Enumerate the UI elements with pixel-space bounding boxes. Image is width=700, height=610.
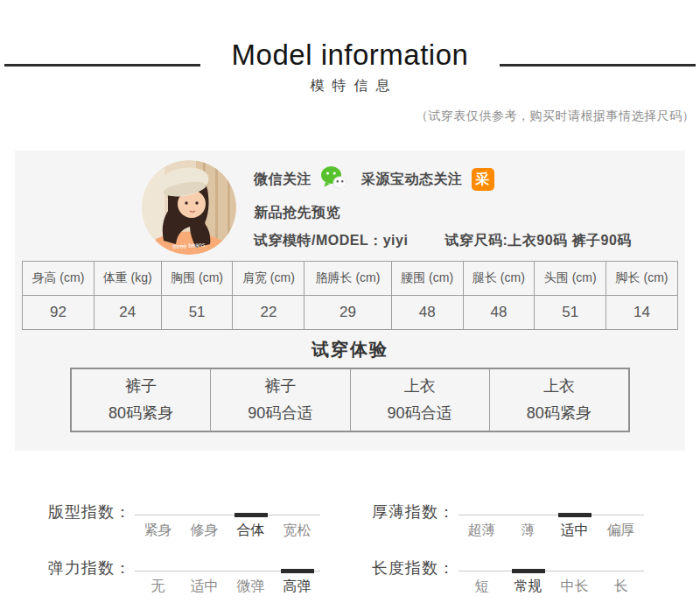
scale-items: 无 适中 微弹 高弹	[135, 571, 320, 596]
scale-items: 超薄 薄 适中 偏厚	[458, 515, 644, 540]
measurement-value-cell: 51	[161, 296, 233, 330]
measurement-header-cell: 腿长 (cm)	[463, 262, 535, 296]
index-row-length: 长度指数： 短 常规 中长 长	[372, 559, 700, 598]
scale-option-label: 长	[614, 578, 628, 593]
page-subtitle: 模特信息	[0, 77, 700, 95]
scale-option-label: 修身	[191, 522, 219, 537]
model-info-block: 微信关注 采源宝动态关注 采 新品抢先预览 试穿模特/MODEL：yiyi 试穿…	[254, 166, 632, 250]
scale-option-label: 适中	[191, 578, 219, 593]
scale-option-label: 无	[151, 578, 165, 593]
selected-tick	[234, 513, 268, 517]
index-row-fit-type: 版型指数： 紧身 修身 合体 宽松	[48, 503, 372, 542]
new-preview-label: 新品抢先预览	[254, 204, 632, 222]
scale-option: 超薄	[458, 515, 505, 540]
index-label: 长度指数：	[372, 559, 455, 578]
scale-option: 中长	[551, 571, 598, 596]
selected-tick	[558, 513, 592, 517]
scale-option: 适中	[551, 515, 598, 540]
wechat-icon	[320, 165, 347, 193]
scale-items: 紧身 修身 合体 宽松	[135, 515, 320, 540]
caiyuanbao-follow-label: 采源宝动态关注	[361, 171, 463, 189]
measurement-header-cell: 肩宽 (cm)	[233, 262, 304, 296]
fit-verdict: 90码合适	[351, 400, 489, 427]
measurement-header-cell: 体重 (kg)	[94, 262, 161, 296]
fit-verdict: 90码合适	[211, 400, 349, 427]
scale-option: 常规	[505, 571, 551, 596]
scale-option: 偏厚	[598, 515, 644, 540]
index-scale: 超薄 薄 适中 偏厚	[458, 515, 644, 540]
fit-cell: 上衣 80码紧身	[489, 369, 628, 431]
measurement-value-cell: 22	[233, 296, 304, 330]
scale-option-label: 合体	[237, 522, 265, 537]
scale-option-label: 高弹	[284, 578, 312, 593]
index-label: 厚薄指数：	[372, 503, 455, 522]
measurement-value-cell: 24	[94, 296, 161, 330]
fit-item: 上衣	[351, 373, 489, 400]
scale-option-label: 紧身	[144, 522, 172, 537]
scale-option: 合体	[228, 515, 274, 540]
index-scale: 无 适中 微弹 高弹	[135, 571, 320, 596]
measurement-value-cell: 51	[535, 296, 606, 330]
fit-item: 裤子	[211, 373, 349, 400]
fit-experience-table: 裤子 80码紧身 裤子 90码合适 上衣 90码合适 上衣 80码紧身	[70, 368, 630, 432]
measurement-header-cell: 腰围 (cm)	[391, 262, 463, 296]
fit-experience-title: 试穿体验	[15, 338, 685, 361]
scale-option-label: 薄	[522, 522, 536, 537]
fit-verdict: 80码紧身	[490, 400, 628, 427]
scale-option: 高弹	[274, 571, 320, 596]
scale-option: 紧身	[135, 515, 181, 540]
scale-option-label: 常规	[514, 578, 542, 593]
model-info-panel: three beans 微信关注 采源宝动态关注 采 新品	[15, 151, 685, 451]
measurement-header-cell: 胸围 (cm)	[161, 262, 233, 296]
fit-item: 裤子	[72, 373, 210, 400]
measurements-table: 身高 (cm) 体重 (kg) 胸围 (cm) 肩宽 (cm) 胳膊长 (cm)…	[22, 261, 678, 330]
measurement-value-cell: 48	[391, 296, 463, 330]
scale-option-label: 微弹	[237, 578, 265, 593]
scale-option-label: 偏厚	[607, 522, 635, 537]
index-label: 弹力指数：	[48, 559, 131, 578]
model-name-label: 试穿模特/MODEL：yiyi	[254, 232, 408, 250]
fit-cell: 上衣 90码合适	[350, 369, 489, 431]
fit-cell: 裤子 90码合适	[210, 369, 349, 431]
index-scale: 短 常规 中长 长	[458, 571, 644, 596]
model-photo-art: three beans	[142, 160, 236, 255]
measurements-header-row: 身高 (cm) 体重 (kg) 胸围 (cm) 肩宽 (cm) 胳膊长 (cm)…	[23, 262, 678, 296]
scale-option-label: 中长	[561, 578, 589, 593]
measurement-header-cell: 身高 (cm)	[23, 262, 94, 296]
follow-row: 微信关注 采源宝动态关注 采	[254, 166, 632, 193]
index-row-elasticity: 弹力指数： 无 适中 微弹 高弹	[48, 559, 372, 598]
index-scale: 紧身 修身 合体 宽松	[135, 515, 320, 540]
measurement-value-cell: 29	[304, 296, 391, 330]
scale-option: 短	[458, 571, 505, 596]
scale-option: 宽松	[274, 515, 320, 540]
selected-tick	[512, 569, 545, 573]
index-label: 版型指数：	[48, 503, 131, 522]
scale-option-label: 宽松	[284, 522, 312, 537]
measurement-header-cell: 头围 (cm)	[535, 262, 606, 296]
scale-option: 长	[598, 571, 644, 596]
caiyuanbao-icon: 采	[472, 168, 494, 191]
scale-option: 微弹	[228, 571, 274, 596]
measurements-value-row: 92 24 51 22 29 48 48 51 14	[23, 296, 678, 330]
measurement-value-cell: 48	[463, 296, 535, 330]
fit-verdict: 80码紧身	[72, 400, 210, 427]
selected-tick	[281, 569, 314, 573]
scale-option: 适中	[181, 571, 228, 596]
scale-option-label: 适中	[561, 522, 589, 537]
page-title: Model information	[0, 39, 700, 72]
wechat-follow-label: 微信关注	[254, 171, 312, 189]
scale-option: 无	[135, 571, 181, 596]
fit-cell: 裤子 80码紧身	[72, 369, 210, 431]
measurement-value-cell: 14	[606, 296, 678, 330]
measurement-value-cell: 92	[23, 296, 94, 330]
index-row-thickness: 厚薄指数： 超薄 薄 适中 偏厚	[372, 503, 700, 542]
measurement-header-cell: 胳膊长 (cm)	[304, 262, 391, 296]
model-photo: three beans	[142, 160, 236, 255]
scale-option-label: 短	[475, 578, 489, 593]
measurement-header-cell: 脚长 (cm)	[606, 262, 678, 296]
model-size-row: 试穿模特/MODEL：yiyi 试穿尺码:上衣90码 裤子90码	[254, 232, 632, 250]
scale-option: 修身	[181, 515, 228, 540]
fit-item: 上衣	[490, 373, 628, 400]
index-section: 版型指数： 紧身 修身 合体 宽松 厚薄指数： 超薄 薄 适中 偏厚 弹力指数：	[0, 503, 700, 598]
scale-option-label: 超薄	[468, 522, 496, 537]
